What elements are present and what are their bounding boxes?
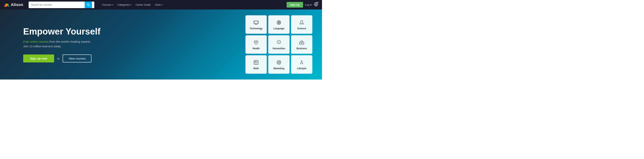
hero-content: Empower Yourself Free online courses fro…: [0, 10, 240, 80]
category-card-lifestyle[interactable]: Lifestyle: [291, 55, 312, 74]
search-input[interactable]: [28, 2, 85, 8]
svg-text:×÷: ×÷: [257, 63, 258, 64]
nav-hubs[interactable]: Hubs ▾: [153, 3, 164, 7]
technology-icon: [253, 19, 259, 26]
marketing-icon: [276, 59, 282, 65]
humanities-label: Humanities: [273, 47, 285, 50]
hero-title: Empower Yourself: [23, 27, 228, 36]
svg-text:?: ?: [278, 41, 280, 43]
category-card-math[interactable]: ×÷ Math: [246, 55, 267, 74]
hero-subtitle: Free online courses from the world's lea…: [23, 39, 228, 49]
svg-point-17: [302, 23, 302, 23]
svg-text:A文: A文: [278, 22, 280, 24]
category-card-marketing[interactable]: Marketing: [268, 55, 290, 74]
humanities-icon: ?: [276, 39, 282, 46]
health-icon: [253, 39, 259, 46]
lifestyle-icon: [298, 59, 305, 65]
svg-point-16: [301, 23, 302, 24]
hubs-chevron-icon: ▾: [162, 4, 162, 6]
categories-chevron-icon: ▾: [130, 4, 131, 6]
science-icon: [298, 19, 305, 26]
nav-career-guide[interactable]: Career Guide: [134, 3, 152, 7]
svg-rect-21: [300, 42, 304, 45]
svg-rect-12: [254, 21, 258, 23]
nav-categories[interactable]: Categories ▾: [116, 3, 133, 7]
or-text: or: [57, 57, 60, 60]
svg-point-37: [301, 61, 302, 62]
hero-signup-button[interactable]: Sign up now: [23, 54, 54, 62]
navbar: Alison Courses ▾ Categories ▾ Career Gui…: [0, 0, 322, 10]
science-label: Science: [297, 27, 306, 30]
language-selector[interactable]: en: [314, 2, 318, 7]
svg-line-4: [89, 5, 90, 6]
health-label: Health: [252, 47, 260, 50]
search-icon: [87, 4, 90, 6]
lang-badge: en: [317, 1, 319, 3]
business-label: Business: [296, 47, 307, 50]
category-card-science[interactable]: Science: [291, 15, 312, 34]
alison-logo-icon: [4, 2, 9, 8]
language-icon: A文: [276, 19, 282, 26]
hero-section: Empower Yourself Free online courses fro…: [0, 10, 322, 80]
technology-label: Technology: [250, 27, 262, 30]
logo[interactable]: Alison: [4, 2, 23, 8]
view-courses-button[interactable]: View courses: [62, 54, 92, 62]
svg-point-34: [278, 61, 280, 64]
marketing-label: Marketing: [274, 67, 284, 70]
category-card-technology[interactable]: Technology: [246, 15, 267, 34]
category-card-humanities[interactable]: ? Humanities: [268, 35, 290, 54]
math-label: Math: [254, 67, 259, 70]
category-card-business[interactable]: Business: [291, 35, 312, 54]
svg-point-18: [302, 23, 302, 24]
search-bar: [28, 2, 94, 8]
nav-right: Sign Up Log In en: [287, 2, 318, 8]
business-icon: [298, 39, 305, 46]
category-card-health[interactable]: Health: [246, 35, 267, 54]
hero-actions: Sign up now or View courses: [23, 54, 228, 62]
nav-courses[interactable]: Courses ▾: [100, 3, 114, 7]
category-grid: Technology A文 Language Science: [240, 10, 322, 80]
free-courses-link[interactable]: Free online courses: [23, 40, 49, 43]
login-link[interactable]: Log In: [305, 3, 312, 6]
category-card-language[interactable]: A文 Language: [268, 15, 290, 34]
logo-text: Alison: [11, 3, 23, 7]
lifestyle-label: Lifestyle: [297, 67, 306, 70]
language-label: Language: [274, 27, 284, 30]
navbar-signup-button[interactable]: Sign Up: [287, 2, 303, 8]
svg-point-35: [278, 62, 279, 63]
search-button[interactable]: [85, 2, 92, 8]
courses-chevron-icon: ▾: [112, 4, 113, 6]
nav-links: Courses ▾ Categories ▾ Career Guide Hubs…: [100, 3, 164, 7]
math-icon: ×÷: [253, 59, 259, 65]
